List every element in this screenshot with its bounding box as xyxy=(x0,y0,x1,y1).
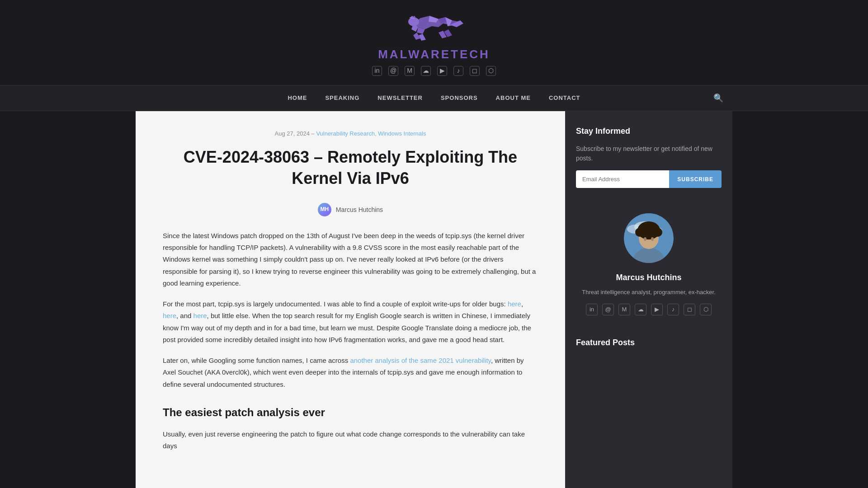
author-twitch-icon[interactable]: ⬡ xyxy=(700,304,712,315)
author-email-icon[interactable]: @ xyxy=(602,304,614,315)
newsletter-desc: Subscribe to my newsletter or get notifi… xyxy=(576,144,722,163)
author-linkedin-icon[interactable]: in xyxy=(586,304,598,315)
email-input[interactable] xyxy=(576,170,669,188)
link-here-2[interactable]: here xyxy=(163,312,176,319)
post-separator: – xyxy=(311,130,316,137)
featured-posts-title: Featured Posts xyxy=(576,336,722,349)
mastodon-icon[interactable]: M xyxy=(405,66,415,76)
author-avatar-small: MH xyxy=(318,203,331,216)
post-title: CVE-2024-38063 – Remotely Exploiting The… xyxy=(163,147,538,189)
author-youtube-icon[interactable]: ▶ xyxy=(651,304,663,315)
author-line: MH Marcus Hutchins xyxy=(163,203,538,216)
link-analysis[interactable]: another analysis of the same 2021 vulner… xyxy=(350,357,491,364)
subscribe-button[interactable]: SUBSCRIBE xyxy=(669,170,722,188)
post-paragraph-3: Later on, while Googling some function n… xyxy=(163,355,538,390)
sidebar-author-section: Marcus Hutchins Threat intelligence anal… xyxy=(576,204,722,320)
search-icon[interactable]: 🔍 xyxy=(713,92,723,105)
nav-home[interactable]: HOME xyxy=(278,85,316,111)
twitch-icon[interactable]: ⬡ xyxy=(486,66,496,76)
author-card: Marcus Hutchins Threat intelligence anal… xyxy=(576,204,722,320)
article-main: Aug 27, 2024 – Vulnerability Research, W… xyxy=(136,111,565,488)
post-section-heading: The easiest patch analysis ever xyxy=(163,404,538,421)
main-nav: HOME SPEAKING NEWSLETTER SPONSORS ABOUT … xyxy=(0,85,868,112)
site-logo-text[interactable]: MALWARETECH xyxy=(378,45,490,64)
post-meta: Aug 27, 2024 – Vulnerability Research, W… xyxy=(163,129,538,139)
sidebar: Stay Informed Subscribe to my newsletter… xyxy=(565,111,732,488)
author-name[interactable]: Marcus Hutchins xyxy=(336,205,383,215)
nav-speaking[interactable]: SPEAKING xyxy=(316,85,368,111)
logo-panther-icon xyxy=(393,14,475,45)
post-paragraph-2: For the most part, tcpip.sys is largely … xyxy=(163,298,538,346)
nav-about[interactable]: ABOUT ME xyxy=(487,85,540,111)
logo-container: MALWARETECH xyxy=(9,14,859,64)
author-instagram-icon[interactable]: ◻ xyxy=(684,304,695,315)
nav-newsletter[interactable]: NEWSLETTER xyxy=(368,85,432,111)
author-card-desc: Threat intelligence analyst, programmer,… xyxy=(582,288,716,297)
nav-contact[interactable]: CONTACT xyxy=(540,85,590,111)
avatar-svg xyxy=(624,213,674,263)
sidebar-featured-section: Featured Posts xyxy=(576,336,722,349)
author-card-name: Marcus Hutchins xyxy=(616,271,681,284)
email-icon[interactable]: @ xyxy=(388,66,398,76)
logo-text-colored: MALWARE xyxy=(378,47,451,61)
nav-sponsors[interactable]: SPONSORS xyxy=(432,85,487,111)
link-here-1[interactable]: here xyxy=(508,300,521,308)
site-header: MALWARETECH in @ M ☁ ▶ ♪ ◻ ⬡ xyxy=(0,0,868,85)
post-date: Aug 27, 2024 xyxy=(275,130,310,137)
author-card-avatar xyxy=(624,213,674,263)
email-subscribe-row: SUBSCRIBE xyxy=(576,170,722,188)
post-categories[interactable]: Vulnerability Research, Windows Internal… xyxy=(316,130,426,137)
link-here-3[interactable]: here xyxy=(193,312,207,319)
instagram-icon[interactable]: ◻ xyxy=(470,66,480,76)
svg-point-21 xyxy=(635,228,644,237)
logo-text-plain: TECH xyxy=(451,47,490,61)
youtube-icon[interactable]: ▶ xyxy=(437,66,447,76)
svg-point-25 xyxy=(644,237,646,241)
svg-marker-9 xyxy=(419,34,426,41)
svg-point-24 xyxy=(648,225,656,232)
main-wrapper: Aug 27, 2024 – Vulnerability Research, W… xyxy=(136,111,732,488)
post-body: Since the latest Windows patch dropped o… xyxy=(163,230,538,452)
author-blog-icon[interactable]: ☁ xyxy=(635,304,646,315)
linkedin-icon[interactable]: in xyxy=(372,66,382,76)
sidebar-newsletter-section: Stay Informed Subscribe to my newsletter… xyxy=(576,125,722,188)
newsletter-title: Stay Informed xyxy=(576,125,722,138)
svg-point-26 xyxy=(651,237,654,241)
post-paragraph-4: Usually, even just reverse engineering t… xyxy=(163,428,538,452)
post-paragraph-1: Since the latest Windows patch dropped o… xyxy=(163,230,538,289)
tiktok-icon[interactable]: ♪ xyxy=(453,66,463,76)
author-social-icons: in @ M ☁ ▶ ♪ ◻ ⬡ xyxy=(586,304,712,315)
author-mastodon-icon[interactable]: M xyxy=(618,304,630,315)
header-social-icons: in @ M ☁ ▶ ♪ ◻ ⬡ xyxy=(9,66,859,76)
blog-icon[interactable]: ☁ xyxy=(421,66,431,76)
author-tiktok-icon[interactable]: ♪ xyxy=(667,304,679,315)
